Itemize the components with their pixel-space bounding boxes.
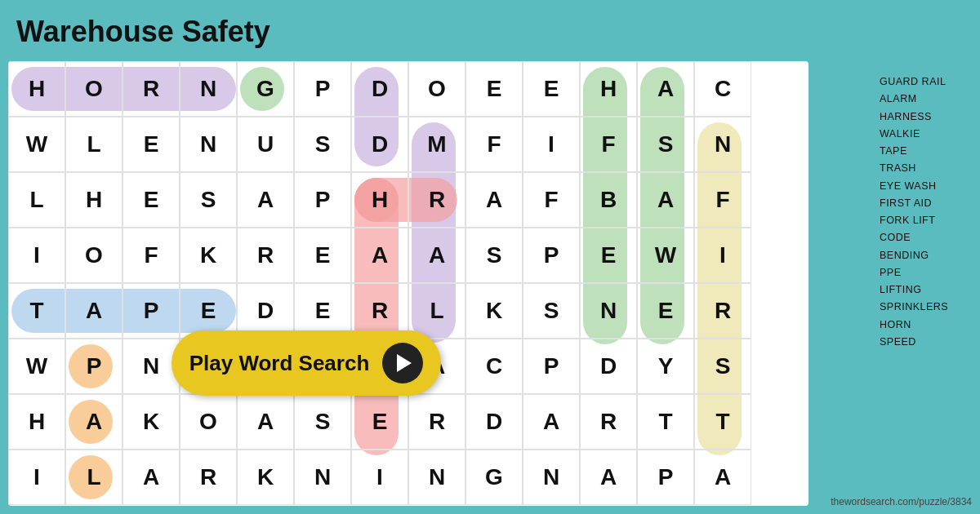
cell-7-4[interactable]: K [237, 450, 294, 505]
cell-7-10[interactable]: A [580, 450, 637, 505]
cell-2-9[interactable]: F [523, 172, 580, 228]
cell-7-1[interactable]: L [65, 450, 122, 505]
cell-1-8[interactable]: F [466, 117, 523, 172]
cell-3-5[interactable]: E [294, 228, 351, 283]
cell-5-8[interactable]: C [466, 339, 523, 394]
word-grid: H O R N G P D O E E H A C W L E N U S D … [8, 61, 808, 505]
cell-6-3[interactable]: O [180, 394, 237, 450]
word-list-item: CODE [880, 229, 973, 246]
cell-4-11[interactable]: E [637, 283, 694, 339]
cell-0-11[interactable]: A [637, 61, 694, 117]
cell-3-4[interactable]: R [237, 228, 294, 283]
cell-2-8[interactable]: A [466, 172, 523, 228]
cell-4-12[interactable]: R [694, 283, 751, 339]
word-list-item: ALARM [880, 91, 973, 108]
cell-6-10[interactable]: R [580, 394, 637, 450]
cell-4-2[interactable]: P [122, 283, 180, 339]
cell-0-4[interactable]: G [237, 61, 294, 117]
cell-5-11[interactable]: Y [637, 339, 694, 394]
cell-1-3[interactable]: N [180, 117, 237, 172]
cell-0-7[interactable]: O [408, 61, 466, 117]
cell-4-0[interactable]: T [8, 283, 65, 339]
cell-1-5[interactable]: S [294, 117, 351, 172]
cell-3-7[interactable]: A [408, 228, 466, 283]
cell-4-7[interactable]: L [408, 283, 466, 339]
cell-7-6[interactable]: I [351, 450, 408, 505]
cell-7-11[interactable]: P [637, 450, 694, 505]
cell-6-12[interactable]: T [694, 394, 751, 450]
cell-0-1[interactable]: O [65, 61, 122, 117]
cell-7-9[interactable]: N [523, 450, 580, 505]
cell-0-12[interactable]: C [694, 61, 751, 117]
cell-1-10[interactable]: F [580, 117, 637, 172]
cell-6-0[interactable]: H [8, 394, 65, 450]
cell-7-2[interactable]: A [122, 450, 180, 505]
cell-6-2[interactable]: K [122, 394, 180, 450]
cell-0-2[interactable]: R [122, 61, 180, 117]
cell-1-12[interactable]: N [694, 117, 751, 172]
cell-4-8[interactable]: K [466, 283, 523, 339]
cell-3-12[interactable]: I [694, 228, 751, 283]
cell-5-1[interactable]: P [65, 339, 122, 394]
cell-0-3[interactable]: N [180, 61, 237, 117]
cell-7-3[interactable]: R [180, 450, 237, 505]
cell-2-5[interactable]: P [294, 172, 351, 228]
cell-2-1[interactable]: H [65, 172, 122, 228]
cell-2-11[interactable]: A [637, 172, 694, 228]
cell-5-12[interactable]: S [694, 339, 751, 394]
cell-1-7[interactable]: M [408, 117, 466, 172]
word-list-item: TRASH [880, 160, 973, 177]
cell-1-1[interactable]: L [65, 117, 122, 172]
play-button[interactable]: Play Word Search [172, 330, 441, 396]
cell-1-6[interactable]: D [351, 117, 408, 172]
cell-2-6[interactable]: H [351, 172, 408, 228]
cell-1-11[interactable]: S [637, 117, 694, 172]
cell-1-9[interactable]: I [523, 117, 580, 172]
cell-2-4[interactable]: A [237, 172, 294, 228]
cell-3-2[interactable]: F [122, 228, 180, 283]
cell-1-2[interactable]: E [122, 117, 180, 172]
cell-0-5[interactable]: P [294, 61, 351, 117]
cell-0-9[interactable]: E [523, 61, 580, 117]
cell-3-6[interactable]: A [351, 228, 408, 283]
cell-6-7[interactable]: R [408, 394, 466, 450]
cell-3-10[interactable]: E [580, 228, 637, 283]
cell-2-3[interactable]: S [180, 172, 237, 228]
cell-7-8[interactable]: G [466, 450, 523, 505]
cell-2-2[interactable]: E [122, 172, 180, 228]
cell-3-11[interactable]: W [637, 228, 694, 283]
cell-4-9[interactable]: S [523, 283, 580, 339]
cell-6-5[interactable]: S [294, 394, 351, 450]
cell-4-1[interactable]: A [65, 283, 122, 339]
cell-5-10[interactable]: D [580, 339, 637, 394]
cell-2-10[interactable]: B [580, 172, 637, 228]
cell-2-7[interactable]: R [408, 172, 466, 228]
cell-2-12[interactable]: F [694, 172, 751, 228]
cell-3-0[interactable]: I [8, 228, 65, 283]
cell-5-0[interactable]: W [8, 339, 65, 394]
cell-0-6[interactable]: D [351, 61, 408, 117]
cell-3-9[interactable]: P [523, 228, 580, 283]
cell-7-12[interactable]: A [694, 450, 751, 505]
cell-5-9[interactable]: P [523, 339, 580, 394]
cell-6-11[interactable]: T [637, 394, 694, 450]
cell-0-0[interactable]: H [8, 61, 65, 117]
cell-6-4[interactable]: A [237, 394, 294, 450]
cell-3-8[interactable]: S [466, 228, 523, 283]
cell-6-1[interactable]: A [65, 394, 122, 450]
cell-6-6[interactable]: E [351, 394, 408, 450]
word-list-item: GUARD RAIL [880, 73, 973, 91]
cell-3-3[interactable]: K [180, 228, 237, 283]
cell-3-1[interactable]: O [65, 228, 122, 283]
cell-6-8[interactable]: D [466, 394, 523, 450]
cell-0-8[interactable]: E [466, 61, 523, 117]
cell-2-0[interactable]: L [8, 172, 65, 228]
cell-4-10[interactable]: N [580, 283, 637, 339]
cell-7-5[interactable]: N [294, 450, 351, 505]
cell-7-7[interactable]: N [408, 450, 466, 505]
cell-1-0[interactable]: W [8, 117, 65, 172]
cell-1-4[interactable]: U [237, 117, 294, 172]
cell-7-0[interactable]: I [8, 450, 65, 505]
cell-0-10[interactable]: H [580, 61, 637, 117]
cell-6-9[interactable]: A [523, 394, 580, 450]
